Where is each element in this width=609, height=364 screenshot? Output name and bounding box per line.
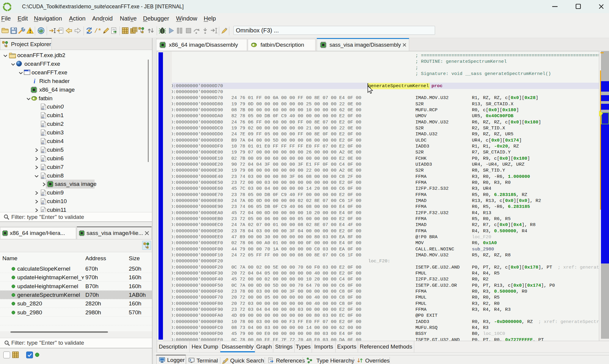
svg-text:i: i xyxy=(34,78,35,84)
svg-text:ELF: ELF xyxy=(42,125,45,127)
svg-text:ELF: ELF xyxy=(42,108,45,110)
svg-text:ELF: ELF xyxy=(42,134,45,136)
svg-text:/*: /* xyxy=(94,28,101,34)
svg-text:ELF: ELF xyxy=(42,160,45,161)
svg-text:ELF: ELF xyxy=(42,194,45,196)
svg-text:ELF: ELF xyxy=(42,177,45,179)
svg-text:ELF: ELF xyxy=(42,143,45,144)
svg-text:ELF: ELF xyxy=(42,169,45,170)
svg-text:ELF: ELF xyxy=(42,203,45,204)
svg-text:ELF: ELF xyxy=(42,117,45,118)
svg-text:ELF: ELF xyxy=(42,151,45,153)
